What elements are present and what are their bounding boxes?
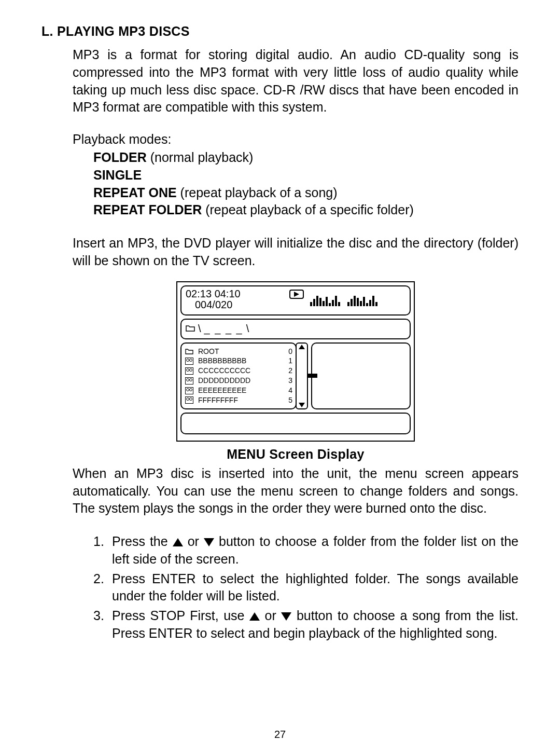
track-counter: 004/020 (195, 299, 289, 310)
svg-rect-3 (316, 296, 318, 306)
svg-rect-5 (323, 301, 325, 306)
scroll-up-icon (299, 345, 305, 349)
page-number: 27 (0, 729, 560, 741)
bottom-panel (180, 413, 411, 434)
folder-icon (186, 324, 195, 334)
time-elapsed: 02:13 (186, 288, 212, 299)
path-dashes: _ _ _ _ (204, 323, 243, 335)
scroll-down-icon (299, 403, 305, 407)
list-item: EEEEEEEEEE4 (185, 386, 292, 395)
menu-screen-figure: 02:13 04:10 004/020 (176, 281, 415, 462)
svg-rect-12 (351, 299, 353, 306)
svg-marker-0 (294, 292, 299, 297)
step-1: 1. Press the or button to choose a folde… (73, 533, 519, 568)
svg-rect-19 (372, 296, 374, 306)
svg-rect-8 (332, 300, 334, 306)
path-separator-end: \ (246, 323, 249, 335)
visualization-panel (311, 342, 411, 409)
list-item: BBBBBBBBBB1 (185, 356, 292, 366)
mp3-file-icon (185, 377, 194, 385)
mode-folder: FOLDER (normal playback) (93, 149, 519, 167)
path-panel: \ _ _ _ _ \ (180, 319, 411, 339)
svg-rect-13 (354, 296, 356, 306)
svg-rect-7 (329, 303, 331, 306)
mode-repeat-one: REPEAT ONE (repeat playback of a song) (93, 184, 519, 202)
down-arrow-icon (281, 612, 291, 621)
equalizer-icon (310, 292, 388, 308)
up-arrow-icon (249, 612, 260, 621)
mp3-file-icon (185, 367, 194, 375)
svg-rect-17 (366, 303, 368, 306)
play-icon (289, 290, 304, 299)
path-separator: \ (198, 323, 201, 335)
insert-paragraph: Insert an MP3, the DVD player will initi… (73, 235, 519, 270)
mp3-file-icon (185, 358, 194, 365)
time-total: 04:10 (215, 288, 241, 299)
figure-caption: MENU Screen Display (176, 447, 415, 462)
mode-single: SINGLE (93, 167, 519, 184)
mode-repeat-folder: REPEAT FOLDER (repeat playback of a spec… (93, 201, 519, 219)
svg-rect-9 (335, 296, 337, 306)
list-item: ROOT0 (185, 347, 292, 357)
svg-rect-10 (338, 302, 340, 306)
folder-icon (185, 348, 194, 354)
playback-modes-lead: Playback modes: (73, 132, 519, 147)
section-heading: L. PLAYING MP3 DISCS (41, 24, 519, 39)
list-item: DDDDDDDDDD3 (185, 376, 292, 386)
svg-rect-11 (347, 302, 349, 306)
intro-paragraph: MP3 is a format for storing digital audi… (73, 46, 519, 116)
folder-list-panel: ROOT0 BBBBBBBBBB1 CCCCCCCCCC2 DDDDD (180, 342, 297, 409)
list-item: CCCCCCCCCC2 (185, 366, 292, 376)
svg-rect-1 (310, 302, 312, 306)
svg-rect-4 (319, 298, 321, 306)
up-arrow-icon (173, 538, 183, 546)
scrollbar (296, 342, 308, 409)
menu-description: When an MP3 disc is inserted into the un… (73, 465, 519, 517)
svg-rect-16 (363, 297, 365, 306)
svg-rect-14 (357, 298, 359, 306)
list-item: FFFFFFFFF5 (185, 395, 292, 405)
step-2: 2. Press ENTER to select the highlighted… (73, 570, 519, 606)
mp3-file-icon (185, 396, 194, 404)
svg-rect-20 (375, 302, 377, 306)
svg-rect-2 (313, 299, 315, 306)
mp3-file-icon (185, 387, 194, 394)
step-3: 3. Press STOP First, use or button to ch… (73, 607, 519, 642)
svg-rect-18 (369, 300, 371, 306)
svg-rect-6 (326, 297, 328, 306)
down-arrow-icon (204, 538, 214, 546)
status-panel: 02:13 04:10 004/020 (180, 285, 411, 316)
svg-rect-15 (360, 301, 362, 306)
